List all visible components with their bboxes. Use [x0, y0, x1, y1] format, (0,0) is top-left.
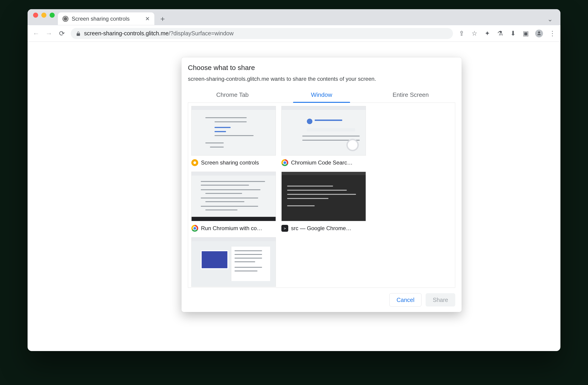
titlebar: Screen sharing controls ✕ + ⌄	[28, 9, 560, 25]
tab-entire-screen[interactable]: Entire Screen	[366, 88, 455, 103]
new-tab-button[interactable]: +	[158, 14, 168, 24]
lock-icon	[76, 31, 81, 36]
window-grid: Screen sharing controls	[188, 103, 455, 288]
terminal-icon	[281, 225, 288, 232]
globe-icon	[63, 16, 68, 22]
window-thumbnail	[191, 172, 276, 221]
dialog-title: Choose what to share	[188, 64, 455, 72]
traffic-lights	[31, 9, 55, 25]
cancel-button[interactable]: Cancel	[389, 293, 421, 307]
back-button[interactable]: ←	[32, 30, 40, 38]
share-item[interactable]: Screen sharing controls	[191, 106, 276, 166]
tab-chrome-tab[interactable]: Chrome Tab	[188, 88, 277, 103]
browser-tab[interactable]: Screen sharing controls ✕	[58, 12, 154, 25]
share-item[interactable]: Chromium Code Searc…	[281, 106, 366, 166]
chrome-icon	[191, 225, 198, 232]
profile-avatar[interactable]	[535, 30, 543, 38]
dialog-subtitle: screen-sharing-controls.glitch.me wants …	[188, 76, 455, 82]
window-zoom-button[interactable]	[50, 13, 55, 18]
share-item[interactable]: Displays	[191, 237, 276, 288]
share-item-label: src — Google Chrome…	[291, 225, 351, 231]
dialog-actions: Cancel Share	[188, 288, 455, 307]
labs-icon[interactable]: ⚗	[497, 30, 504, 37]
window-thumbnail	[281, 172, 366, 221]
share-icon[interactable]: ⇪	[458, 30, 465, 37]
toolbar: ← → ⟳ screen-sharing-controls.glitch.me/…	[28, 25, 560, 42]
window-close-button[interactable]	[33, 13, 38, 18]
share-item[interactable]: src — Google Chrome…	[281, 172, 366, 232]
browser-window: Screen sharing controls ✕ + ⌄ ← → ⟳ scre…	[28, 9, 560, 351]
url-text: screen-sharing-controls.glitch.me/?displ…	[84, 30, 233, 37]
window-thumbnail	[191, 106, 276, 155]
bookmark-icon[interactable]: ☆	[471, 30, 478, 37]
tab-title: Screen sharing controls	[72, 16, 129, 22]
tab-overflow-button[interactable]: ⌄	[547, 15, 557, 25]
kebab-menu-icon[interactable]: ⋮	[549, 30, 556, 37]
tab-window[interactable]: Window	[277, 88, 366, 103]
extensions-icon[interactable]: ✦	[484, 30, 491, 37]
share-item-label: Screen sharing controls	[201, 159, 259, 166]
window-thumbnail	[281, 106, 366, 155]
address-bar[interactable]: screen-sharing-controls.glitch.me/?displ…	[71, 28, 453, 39]
screen-share-dialog: Choose what to share screen-sharing-cont…	[181, 57, 462, 312]
share-item-label: Chromium Code Searc…	[291, 159, 353, 166]
share-button[interactable]: Share	[426, 293, 455, 307]
share-item-label: Run Chromium with co…	[201, 225, 262, 231]
forward-button[interactable]: →	[45, 30, 53, 38]
surface-tabs: Chrome Tab Window Entire Screen	[188, 88, 455, 103]
window-minimize-button[interactable]	[41, 13, 46, 18]
window-thumbnail	[191, 237, 276, 287]
side-panel-icon[interactable]: ▣	[522, 30, 529, 37]
reload-button[interactable]: ⟳	[58, 29, 66, 38]
toolbar-actions: ⇪ ☆ ✦ ⚗ ⬇ ▣ ⋮	[458, 30, 556, 38]
chrome-icon	[281, 159, 288, 166]
tab-close-button[interactable]: ✕	[145, 16, 150, 21]
share-item[interactable]: Run Chromium with co…	[191, 172, 276, 232]
downloads-icon[interactable]: ⬇	[509, 30, 516, 37]
chrome-canary-icon	[191, 159, 198, 166]
